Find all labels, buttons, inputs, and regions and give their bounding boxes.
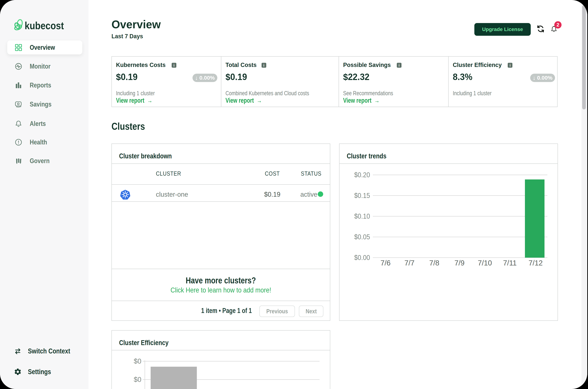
svg-text:$0.00: $0.00 [354, 254, 370, 262]
svg-text:$0.20: $0.20 [354, 171, 370, 179]
svg-text:$0.05: $0.05 [354, 233, 370, 241]
svg-text:$0.15: $0.15 [354, 192, 370, 199]
svg-text:$0: $0 [134, 357, 141, 365]
svg-text:7/7: 7/7 [404, 259, 415, 267]
svg-text:7/6: 7/6 [380, 259, 391, 267]
svg-text:7/10: 7/10 [478, 259, 492, 267]
svg-text:$0.10: $0.10 [354, 212, 370, 220]
svg-text:$0: $0 [134, 376, 141, 383]
svg-text:7/12: 7/12 [529, 259, 543, 267]
svg-text:7/11: 7/11 [503, 259, 517, 267]
svg-text:7/8: 7/8 [429, 259, 439, 267]
svg-text:7/9: 7/9 [454, 259, 465, 267]
